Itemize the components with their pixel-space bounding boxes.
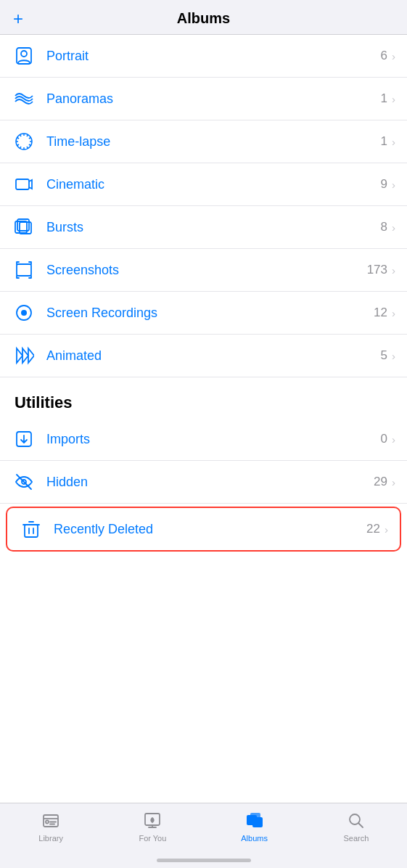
utilities-section-header: Utilities <box>0 377 407 418</box>
svg-marker-24 <box>28 348 34 363</box>
item-label-screen-recordings: Screen Recordings <box>46 306 374 321</box>
svg-point-2 <box>16 134 32 150</box>
item-label-animated: Animated <box>46 348 381 364</box>
list-item-screenshots[interactable]: Screenshots 173 › <box>0 249 407 292</box>
utilities-items: Imports 0 › Hidden 29 › Recently Deleted… <box>0 418 407 552</box>
hidden-icon <box>12 470 36 494</box>
album-list: Portrait 6 › Panoramas 1 › Time-lapse 1 … <box>0 35 407 794</box>
for-you-icon <box>142 811 163 831</box>
item-count-imports: 0 <box>381 432 387 446</box>
svg-line-7 <box>29 144 31 146</box>
item-label-timelapse: Time-lapse <box>46 134 381 150</box>
item-count-hidden: 29 <box>374 475 387 489</box>
tab-search-label: Search <box>343 834 369 843</box>
list-item-screen-recordings[interactable]: Screen Recordings 12 › <box>0 292 407 335</box>
item-count-animated: 5 <box>381 348 387 363</box>
svg-line-5 <box>29 138 31 139</box>
item-count-screen-recordings: 12 <box>374 306 387 320</box>
item-count-timelapse: 1 <box>381 134 387 149</box>
media-types-section: Portrait 6 › Panoramas 1 › Time-lapse 1 … <box>0 35 407 377</box>
svg-marker-23 <box>22 348 28 363</box>
header: + Albums <box>0 0 407 35</box>
tab-library-label: Library <box>38 834 63 843</box>
recently-deleted-icon <box>19 517 44 541</box>
imports-icon <box>12 427 36 451</box>
item-count-recently-deleted: 22 <box>366 522 380 536</box>
page-title: Albums <box>177 10 230 27</box>
chevron-icon-recently-deleted: › <box>385 523 388 536</box>
screen-recordings-icon <box>12 300 36 325</box>
chevron-icon-hidden: › <box>392 476 395 488</box>
list-item-bursts[interactable]: Bursts 8 › <box>0 206 407 249</box>
timelapse-icon <box>12 129 36 154</box>
search-icon <box>346 811 366 831</box>
svg-point-1 <box>21 51 27 57</box>
bursts-icon <box>12 215 36 239</box>
list-item-panoramas[interactable]: Panoramas 1 › <box>0 78 407 120</box>
item-count-cinematic: 9 <box>381 177 387 192</box>
item-label-cinematic: Cinematic <box>46 177 381 192</box>
list-item-portrait[interactable]: Portrait 6 › <box>0 35 407 78</box>
list-item-animated[interactable]: Animated 5 › <box>0 335 407 377</box>
item-label-hidden: Hidden <box>46 475 374 490</box>
tab-albums[interactable]: Albums <box>226 811 284 843</box>
svg-line-4 <box>27 135 28 137</box>
add-button[interactable]: + <box>13 10 23 28</box>
item-label-imports: Imports <box>46 432 381 447</box>
chevron-icon-bursts: › <box>392 221 395 234</box>
screenshots-icon <box>12 258 36 282</box>
chevron-icon-screenshots: › <box>392 264 395 277</box>
chevron-icon-timelapse: › <box>392 136 395 148</box>
svg-point-30 <box>46 821 49 824</box>
item-label-recently-deleted: Recently Deleted <box>54 522 366 537</box>
item-count-bursts: 8 <box>381 220 387 234</box>
panoramas-icon <box>12 86 36 111</box>
item-count-portrait: 6 <box>381 49 387 63</box>
svg-line-8 <box>27 147 28 149</box>
utilities-section: Utilities Imports 0 › Hidden 29 › Recent… <box>0 377 407 552</box>
item-count-screenshots: 173 <box>367 263 387 277</box>
item-label-screenshots: Screenshots <box>46 263 367 278</box>
tab-search[interactable]: Search <box>327 811 385 843</box>
list-item-imports[interactable]: Imports 0 › <box>0 418 407 461</box>
svg-rect-28 <box>25 525 38 537</box>
home-indicator <box>157 859 251 862</box>
list-item-recently-deleted[interactable]: Recently Deleted 22 › <box>6 507 401 552</box>
chevron-icon-screen-recordings: › <box>392 307 395 319</box>
tab-for-you[interactable]: For You <box>123 811 181 843</box>
item-label-panoramas: Panoramas <box>46 91 381 107</box>
svg-marker-22 <box>17 348 22 363</box>
chevron-icon-panoramas: › <box>392 93 395 105</box>
svg-rect-34 <box>252 817 263 827</box>
svg-rect-19 <box>17 264 31 276</box>
tab-library[interactable]: Library <box>22 811 80 843</box>
item-count-panoramas: 1 <box>381 91 387 106</box>
svg-line-13 <box>17 138 20 139</box>
cinematic-icon <box>12 172 36 197</box>
item-label-bursts: Bursts <box>46 220 381 235</box>
svg-line-14 <box>20 135 22 137</box>
chevron-icon-animated: › <box>392 350 395 362</box>
tab-albums-label: Albums <box>241 834 268 843</box>
tab-for-you-label: For You <box>139 834 166 843</box>
portrait-icon <box>12 44 36 68</box>
item-label-portrait: Portrait <box>46 49 381 64</box>
chevron-icon-portrait: › <box>392 50 395 62</box>
chevron-icon-cinematic: › <box>392 179 395 191</box>
svg-line-11 <box>17 144 20 146</box>
svg-point-21 <box>21 310 27 316</box>
svg-rect-15 <box>16 179 29 189</box>
albums-icon <box>244 811 265 831</box>
list-item-hidden[interactable]: Hidden 29 › <box>0 461 407 504</box>
library-icon <box>41 811 61 831</box>
chevron-icon-imports: › <box>392 433 395 446</box>
list-item-timelapse[interactable]: Time-lapse 1 › <box>0 120 407 163</box>
list-item-cinematic[interactable]: Cinematic 9 › <box>0 163 407 206</box>
animated-icon <box>12 343 36 368</box>
svg-line-10 <box>20 147 22 149</box>
